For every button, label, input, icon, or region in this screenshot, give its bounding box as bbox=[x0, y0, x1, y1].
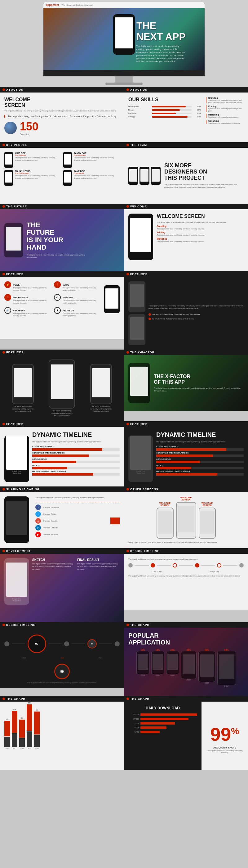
tbar-0: STABLE AND RELIABLE bbox=[32, 446, 120, 451]
timeline-title-light: DYNAMIC TIMELINE bbox=[32, 431, 120, 438]
accuracy-panel: 99% ACCURACY FACTS The digital world is … bbox=[202, 702, 248, 770]
dev-sketch-desc: The digital world is an unrelenting cons… bbox=[32, 562, 75, 570]
screens-row: WELCOMESCREEN WELCOMESCREEN WELCOMESCREE… bbox=[128, 496, 244, 538]
header-key-people: KEY PEOPLE bbox=[0, 142, 124, 148]
tbar-2: CONCURRENCY bbox=[32, 458, 120, 463]
phone-col-text-1: The app is a multitasking, constantly wo… bbox=[50, 410, 73, 417]
hero-title: THE NEXT APP bbox=[136, 21, 186, 42]
cell-the-graph-left: THE GRAPH 32k 2010 45k 2011 38k bbox=[0, 696, 124, 770]
horiz-bar-chart: 52,000 27,500 12,000 8,900 bbox=[128, 713, 197, 733]
bg-2: 38k 2012 bbox=[19, 717, 25, 749]
daily-download-title: DAILY DOWNLOAD bbox=[128, 706, 197, 710]
screen-1: WELCOMESCREEN bbox=[176, 496, 196, 538]
timeline-dark-phone-screen bbox=[130, 436, 151, 470]
sharing-panel: The digital world is an unrelenting cons… bbox=[0, 492, 124, 548]
tbar-3: NO ADS bbox=[32, 464, 120, 469]
hero-text-block: THE NEXT APP The digital world is an unr… bbox=[136, 21, 186, 63]
features-grid-col: ⚡ POWER The digital world is an unrelent… bbox=[4, 281, 101, 317]
red-dot-the-team bbox=[127, 144, 129, 146]
red-dot-about-left bbox=[2, 89, 5, 91]
cell-the-team: THE TEAM SIX MORE DESIGNERS ON THIS PROJ… bbox=[124, 142, 248, 204]
welcome-tag-1: Printing bbox=[157, 231, 226, 234]
person-info-0: MIKE DOE The Designer The digital world … bbox=[15, 152, 61, 161]
gphone-3: 35% 2007 bbox=[181, 649, 197, 687]
the-graph-panel-left: 32k 2010 45k 2011 38k 2012 bbox=[0, 702, 124, 770]
future-panel: THE FUTURE IS IN YOUR HAND The digital w… bbox=[0, 209, 124, 271]
timeline-content-light: DYNAMIC TIMELINE The digital world is an… bbox=[32, 431, 120, 477]
dark-phone-0 bbox=[128, 281, 145, 312]
header-design-timeline: DESIGN TIMELINE bbox=[124, 548, 248, 554]
future-phone bbox=[4, 223, 23, 257]
gphone-2: 22% 2006 bbox=[166, 649, 179, 687]
future-phone-screen bbox=[6, 227, 22, 251]
red-dot-features-3 bbox=[2, 351, 5, 353]
feature-0: ⚡ POWER The digital world is an unrelent… bbox=[4, 281, 51, 291]
dark-features-text: The digital world is an unrelenting cons… bbox=[148, 305, 244, 322]
person-0: MIKE DOE The Designer The digital world … bbox=[4, 152, 61, 168]
cell-timeline-dark: FEATURES Drag & DropBadge Here DYNAMIC T… bbox=[124, 421, 248, 487]
dt-node-1 bbox=[173, 563, 177, 567]
dark-phone-1 bbox=[128, 314, 145, 345]
accuracy-content: 99% ACCURACY FACTS The digital world is … bbox=[206, 724, 244, 753]
dt-dark-panel: 99 87 Take it Now Have 99 bbox=[0, 628, 124, 688]
cell-features-3phones: FEATURES The app is a multitasking, cons… bbox=[0, 349, 124, 421]
welcome-tag-0: Branding bbox=[157, 225, 226, 227]
header-sharing: SHARING IS CARING bbox=[0, 487, 124, 492]
info-icon: ℹ bbox=[4, 294, 11, 301]
feature-text-2: INFORMATION The digital world is an unre… bbox=[13, 294, 51, 304]
social-icons: f Share on Facebook t Share on Twitter g… bbox=[35, 504, 59, 537]
timeline-bars-light: STABLE AND RELIABLE CONSISTENT WITH THE … bbox=[32, 446, 120, 475]
welcome-phone bbox=[128, 214, 153, 260]
header-timeline-light: FEATURES bbox=[0, 421, 124, 427]
red-dot-timeline-light bbox=[2, 423, 5, 425]
row-features-xfactor: FEATURES The app is a multitasking, cons… bbox=[0, 349, 248, 421]
person-desc-3: The digital world is an unrelenting cons… bbox=[74, 175, 120, 180]
phone-col-0: The app is a multitasking, constantly wo… bbox=[11, 364, 35, 412]
youtube-icon: ▶ bbox=[35, 532, 41, 537]
gphone-0: 10% 2004 bbox=[136, 649, 149, 687]
graph-popular-panel: POPULAR APPLICATION 10% 2004 15% 2005 22… bbox=[124, 628, 248, 696]
timeline-bars-dark: STABLE AND RELIABLE CONSISTENT WITH THE … bbox=[156, 446, 244, 475]
cell-graph-popular: THE GRAPH POPULAR APPLICATION 10% 2004 1… bbox=[124, 622, 248, 696]
dt-labels: Drag & Drop Drag & Drop bbox=[128, 570, 244, 572]
bg-3: 55k 2013 bbox=[27, 702, 32, 749]
header-xfactor: THE X-FACTOR bbox=[124, 349, 248, 355]
dt-node-end bbox=[239, 563, 244, 567]
gphone-1: 15% 2005 bbox=[151, 649, 164, 687]
person-phone-1 bbox=[63, 152, 72, 168]
skills-content-row: OUR SKILLS Development 85% Design 70% bbox=[128, 97, 244, 124]
person-info-2: JOHNNY ZERO The Programmer The digital w… bbox=[15, 170, 61, 180]
facebook-icon: f bbox=[35, 504, 41, 510]
stat-label: Countries bbox=[20, 133, 38, 135]
globe-icon bbox=[4, 122, 17, 134]
team-title: SIX MORE DESIGNERS ON THIS PROJECT bbox=[164, 163, 244, 181]
about-icon: ★ bbox=[54, 307, 61, 314]
red-dot-key-people bbox=[2, 144, 5, 146]
screen-label-1: WELCOMESCREEN bbox=[176, 496, 196, 501]
dt-dark-labels: Take it Now Have bbox=[4, 657, 120, 659]
hbar-4: 5,481 bbox=[128, 731, 197, 733]
hbar-0: 52,000 bbox=[128, 713, 197, 716]
red-dot-graph-popular bbox=[127, 624, 129, 626]
person-desc-2: The digital world is an unrelenting cons… bbox=[15, 175, 61, 180]
skill-row-0: Development 85% bbox=[128, 105, 201, 107]
xfactor-text: THE X-FACTOR OF THIS APP The digital wor… bbox=[154, 374, 244, 392]
hero-desc: The digital world is an unrelenting cons… bbox=[136, 45, 186, 63]
skill-list-0: Branding Specialise in all areas of grap… bbox=[206, 97, 244, 103]
red-dot-graph-left bbox=[2, 698, 5, 700]
screen-phone-1 bbox=[176, 502, 196, 538]
cell-welcome: WELCOME WELCOME SCREEN The digital world… bbox=[124, 204, 248, 271]
features-phone-col bbox=[104, 281, 120, 317]
welcome-tag-2: Marketing bbox=[157, 238, 226, 240]
skill-row-3: Strategy 90% bbox=[128, 116, 201, 118]
xfactor-phone bbox=[128, 363, 150, 403]
feature-text-5: ABOUT US The digital world is an unrelen… bbox=[63, 307, 101, 317]
timeline-dark-left: Drag & DropBadge Here bbox=[128, 431, 153, 482]
cell-timeline-light: FEATURES Drag & DropBadge Here DYNAMIC T… bbox=[0, 421, 124, 487]
dtbar-4: PROVIDES WORTHY FUNCTIONALITY bbox=[156, 471, 244, 475]
drag-drop-area: Drag & DropBadge Here bbox=[4, 598, 29, 602]
person-title-2: The Programmer bbox=[15, 172, 61, 174]
sharing-phone bbox=[4, 496, 29, 543]
features-phone-screen bbox=[105, 288, 118, 309]
cell-about-left: ABOUT US WELCOME SCREEN The digital worl… bbox=[0, 87, 124, 142]
